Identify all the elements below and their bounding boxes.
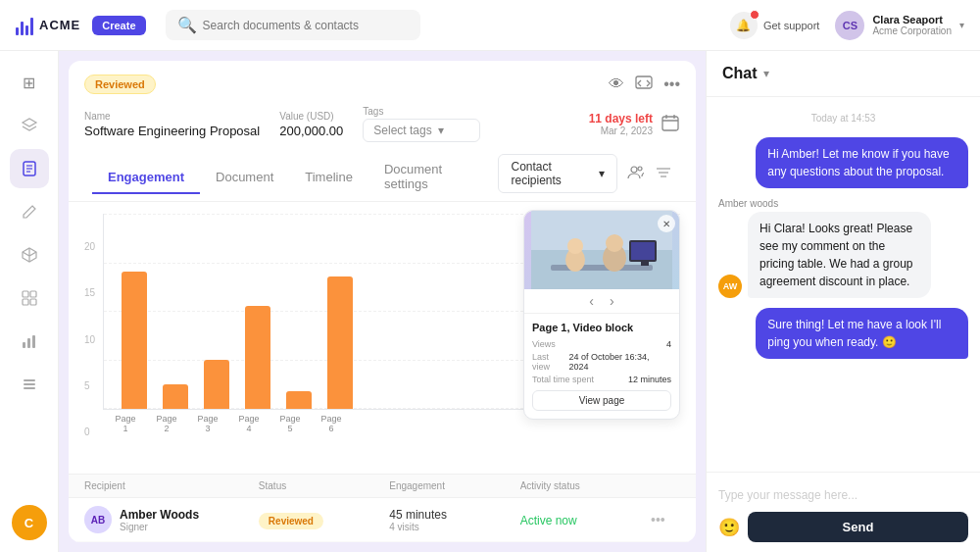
svg-point-28 (567, 238, 583, 254)
col-header-activity: Activity status (520, 480, 651, 491)
doc-top-actions: 👁 ••• (609, 73, 680, 96)
filter-icon[interactable] (655, 164, 672, 184)
sidebar-user-avatar[interactable]: C (12, 505, 47, 540)
recipient-avatar: AB (84, 506, 112, 533)
y-label-5: 5 (84, 380, 95, 391)
svg-rect-33 (641, 262, 649, 266)
more-icon[interactable]: ••• (663, 75, 680, 93)
recipients-table: Recipient Status Engagement Activity sta… (69, 474, 696, 542)
chat-header: Chat ▾ (707, 51, 980, 97)
dropdown-chevron-icon: ▾ (599, 167, 605, 180)
message-sent-1: Hi Amber! Let me know if you have any qu… (756, 137, 968, 188)
bar-page-1[interactable] (122, 272, 147, 409)
sidebar-item-layers[interactable] (10, 106, 49, 145)
svg-rect-8 (23, 342, 25, 348)
svg-point-30 (606, 234, 623, 252)
users-icon[interactable] (627, 164, 645, 184)
sidebar-bottom: C (12, 505, 47, 540)
svg-rect-12 (24, 383, 35, 385)
eye-icon[interactable]: 👁 (609, 75, 624, 93)
sidebar-item-edit[interactable] (10, 192, 49, 231)
sidebar-item-settings[interactable] (10, 365, 49, 404)
y-label-20: 20 (84, 241, 95, 252)
chart-y-axis: 20 15 10 5 0 (84, 241, 103, 437)
sidebar-item-dashboard[interactable]: ⊞ (10, 63, 49, 102)
engagement-time: 45 minutes (389, 508, 519, 522)
bubble-text-received: Hi Clara! Looks great! Please see my com… (748, 212, 931, 298)
doc-panel: Reviewed 👁 ••• Name (69, 61, 696, 542)
user-name: Clara Seaport (872, 14, 952, 25)
calendar-icon[interactable] (661, 113, 680, 136)
get-support-text: Get support (763, 20, 819, 31)
content-area: Reviewed 👁 ••• Name (59, 51, 706, 552)
engagement-visits: 4 visits (389, 522, 519, 532)
svg-rect-10 (32, 335, 35, 348)
sidebar-item-stacks[interactable] (10, 278, 49, 318)
svg-rect-5 (30, 291, 36, 297)
svg-rect-4 (23, 291, 28, 297)
tab-document[interactable]: Document (200, 162, 289, 194)
col-header-engagement: Engagement (389, 480, 519, 491)
tags-field: Tags Select tags ▾ (363, 106, 480, 142)
bar-page-6[interactable] (327, 276, 353, 409)
days-left: 11 days left Mar 2, 2023 (589, 112, 680, 136)
sidebar-item-box[interactable] (10, 235, 49, 275)
bar-page-5[interactable] (286, 391, 312, 409)
contact-recipients-label: Contact recipients (511, 160, 593, 187)
support-area[interactable]: 🔔 Get support (730, 12, 819, 39)
close-icon[interactable]: ✕ (658, 215, 675, 232)
bar-page-3[interactable] (204, 360, 229, 409)
chat-input-placeholder[interactable]: Type your message here... (718, 482, 968, 512)
support-badge (750, 10, 760, 20)
emoji-button[interactable]: 🙂 (718, 517, 740, 538)
sidebar-item-analytics[interactable] (10, 322, 49, 361)
value-label: Value (USD) (279, 111, 343, 122)
doc-tabs: Engagement Document Timeline Document se… (84, 154, 680, 201)
svg-rect-6 (23, 299, 28, 305)
tab-engagement[interactable]: Engagement (92, 162, 200, 194)
row-actions[interactable]: ••• (651, 512, 680, 527)
doc-top-row: Reviewed 👁 ••• (84, 73, 680, 96)
header-right: 🔔 Get support CS Clara Seaport Acme Corp… (730, 11, 964, 40)
chat-input-actions: 🙂 Send (718, 512, 968, 542)
reviewed-badge: Reviewed (84, 75, 156, 94)
user-info: Clara Seaport Acme Corporation (872, 14, 952, 36)
user-company: Acme Corporation (872, 25, 952, 36)
chevron-down-icon: ▾ (959, 20, 964, 30)
doc-fields: Name Software Engineering Proposal Value… (84, 106, 680, 142)
tab-document-settings[interactable]: Document settings (368, 154, 499, 201)
share-icon[interactable] (634, 73, 654, 96)
doc-body: 20 15 10 5 0 (69, 202, 696, 542)
send-button[interactable]: Send (748, 512, 968, 542)
svg-rect-11 (24, 379, 35, 381)
user-area[interactable]: CS Clara Seaport Acme Corporation ▾ (835, 11, 964, 40)
name-label: Name (84, 111, 260, 122)
tab-timeline[interactable]: Timeline (289, 162, 368, 194)
bar-page-4[interactable] (245, 306, 270, 409)
recipient-role: Signer (120, 522, 199, 532)
y-label-0: 0 (84, 427, 95, 437)
chat-chevron-icon[interactable]: ▾ (763, 67, 769, 80)
x-label-page-2: Page 2 (154, 414, 179, 433)
bubble-text-2: Sure thing! Let me have a look I'll ping… (756, 308, 968, 359)
svg-rect-15 (662, 117, 678, 130)
main-header: ACME Create 🔍 🔔 Get support CS Clara Sea… (0, 0, 980, 51)
contact-recipients-button[interactable]: Contact recipients ▾ (498, 154, 617, 193)
value-field: Value (USD) 200,000.00 (279, 111, 343, 138)
table-row: AB Amber Woods Signer Reviewed 45 minute… (69, 498, 696, 542)
tags-select[interactable]: Select tags ▾ (363, 119, 480, 142)
name-field: Name Software Engineering Proposal (84, 111, 260, 138)
create-button[interactable]: Create (92, 16, 145, 35)
recipient-name: Amber Woods (120, 508, 199, 522)
search-input[interactable] (203, 19, 409, 32)
x-label-page-3: Page 3 (195, 414, 220, 433)
y-label-15: 15 (84, 287, 95, 298)
status-cell: Reviewed (259, 511, 389, 529)
chat-avatar: AW (718, 275, 742, 298)
search-box[interactable]: 🔍 (166, 10, 420, 40)
sidebar-item-documents[interactable] (10, 149, 49, 188)
bar-page-2[interactable] (163, 384, 188, 409)
days-left-text: 11 days left Mar 2, 2023 (589, 112, 653, 136)
sidebar: ⊞ (0, 51, 59, 552)
svg-rect-7 (30, 299, 36, 305)
